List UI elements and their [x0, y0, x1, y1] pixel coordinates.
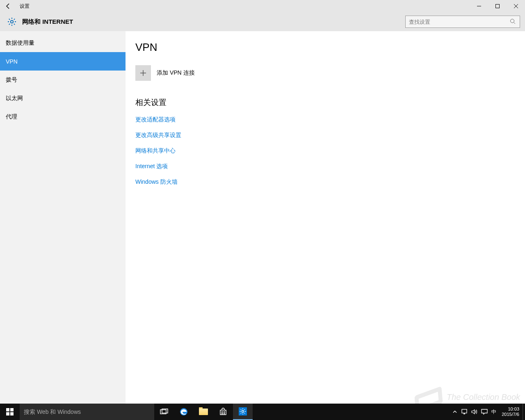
sidebar-item-ethernet[interactable]: 以太网 — [0, 89, 126, 107]
search-settings-box[interactable] — [405, 16, 520, 28]
sidebar-item-label: 以太网 — [6, 95, 23, 102]
search-icon — [510, 18, 516, 25]
sidebar-item-dialup[interactable]: 拨号 — [0, 71, 126, 89]
tray-action-center-icon[interactable] — [479, 404, 489, 420]
sidebar-item-label: VPN — [6, 58, 18, 65]
taskbar-clock[interactable]: 10:03 2015/7/6 — [498, 406, 523, 417]
svg-rect-10 — [10, 408, 14, 411]
folder-icon — [199, 409, 208, 415]
page-heading: VPN — [135, 41, 525, 54]
svg-line-6 — [514, 23, 516, 24]
window-titlebar: 设置 — [0, 0, 525, 12]
svg-point-5 — [511, 19, 514, 23]
svg-rect-12 — [10, 412, 14, 415]
system-tray: 中 10:03 2015/7/6 — [450, 404, 525, 420]
svg-rect-22 — [462, 409, 467, 413]
tray-ime-indicator[interactable]: 中 — [489, 404, 498, 420]
back-button[interactable] — [0, 0, 16, 12]
add-vpn-button[interactable]: 添加 VPN 连接 — [135, 65, 525, 81]
close-button[interactable] — [507, 0, 525, 12]
svg-rect-11 — [6, 412, 9, 415]
svg-rect-16 — [221, 411, 223, 413]
search-settings-input[interactable] — [409, 19, 510, 25]
show-desktop-button[interactable] — [523, 404, 525, 420]
tray-network-icon[interactable] — [460, 404, 470, 420]
taskbar-app-store[interactable] — [213, 404, 233, 420]
svg-rect-19 — [224, 413, 225, 414]
link-internet-options[interactable]: Internet 选项 — [135, 163, 525, 170]
settings-sidebar: 数据使用量 VPN 拨号 以太网 代理 — [0, 31, 126, 404]
header-title: 网络和 INTERNET — [19, 18, 73, 26]
svg-rect-23 — [463, 413, 465, 414]
svg-rect-18 — [221, 413, 223, 414]
taskbar-search-input[interactable] — [24, 409, 150, 415]
taskbar-search-box[interactable] — [20, 404, 154, 420]
link-network-sharing-center[interactable]: 网络和共享中心 — [135, 147, 525, 155]
svg-rect-1 — [495, 5, 499, 8]
sidebar-item-vpn[interactable]: VPN — [0, 52, 126, 71]
link-windows-firewall[interactable]: Windows 防火墙 — [135, 178, 525, 186]
link-advanced-sharing[interactable]: 更改高级共享设置 — [135, 132, 525, 139]
svg-point-4 — [11, 21, 13, 23]
sidebar-item-label: 拨号 — [6, 76, 17, 84]
clock-time: 10:03 — [502, 406, 519, 412]
taskbar-app-edge[interactable] — [174, 404, 194, 420]
svg-rect-17 — [224, 411, 225, 413]
link-adapter-options[interactable]: 更改适配器选项 — [135, 116, 525, 123]
tray-chevron-up-icon[interactable] — [450, 404, 460, 420]
sidebar-item-label: 数据使用量 — [6, 39, 34, 47]
plus-icon — [135, 65, 151, 81]
add-vpn-label: 添加 VPN 连接 — [157, 69, 195, 77]
taskbar-app-explorer[interactable] — [194, 404, 213, 420]
svg-rect-9 — [6, 408, 9, 411]
minimize-button[interactable] — [470, 0, 488, 12]
taskbar-app-settings[interactable] — [233, 404, 253, 420]
sidebar-item-label: 代理 — [6, 113, 17, 121]
related-settings-heading: 相关设置 — [135, 97, 525, 108]
sidebar-item-data-usage[interactable]: 数据使用量 — [0, 34, 126, 52]
sidebar-item-proxy[interactable]: 代理 — [0, 107, 126, 126]
task-view-button[interactable] — [154, 404, 174, 420]
start-button[interactable] — [0, 404, 20, 420]
settings-gear-icon — [5, 15, 19, 29]
settings-main: VPN 添加 VPN 连接 相关设置 更改适配器选项 更改高级共享设置 网络和共… — [126, 31, 525, 404]
window-title: 设置 — [16, 3, 30, 10]
clock-date: 2015/7/6 — [502, 412, 519, 417]
taskbar: 中 10:03 2015/7/6 — [0, 404, 525, 420]
settings-header: 网络和 INTERNET — [0, 12, 525, 31]
tray-volume-icon[interactable] — [470, 404, 479, 420]
maximize-button[interactable] — [488, 0, 507, 12]
